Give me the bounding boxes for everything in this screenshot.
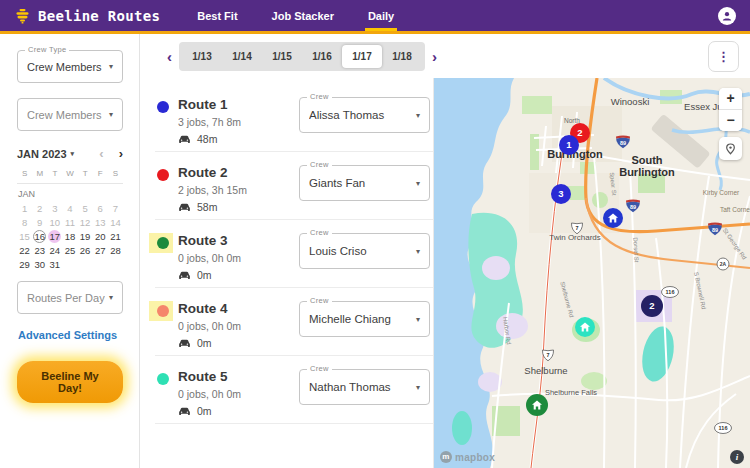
crew-select[interactable]: CrewAlissa Thomas▾	[299, 97, 430, 133]
main-area: Crew Type Crew Members ▾ Crew Members ▾ …	[0, 34, 750, 468]
date-tab-1-16[interactable]: 1/16	[302, 45, 342, 68]
route-info: Route 50 jobs, 0h 0m0m	[178, 369, 290, 417]
weekday-label: S	[17, 169, 32, 178]
tab-best-fit[interactable]: Best Fit	[194, 0, 240, 31]
crew-select-value: Nathan Thomas	[309, 381, 412, 393]
calendar-day-3[interactable]: 3	[48, 202, 61, 215]
calendar-day-10[interactable]: 10	[48, 216, 61, 229]
calendar-day-21[interactable]: 21	[109, 230, 122, 243]
tab-daily[interactable]: Daily	[365, 0, 397, 31]
route-color-dot	[157, 373, 169, 385]
calendar-day-13[interactable]: 13	[94, 216, 107, 229]
advanced-settings-link[interactable]: Advanced Settings	[18, 329, 123, 341]
dropdown-arrow-icon: ▾	[416, 383, 420, 392]
calendar-day-4[interactable]: 4	[63, 202, 76, 215]
map-stop-marker-1[interactable]: 1	[559, 135, 579, 155]
calendar-day-19[interactable]: 19	[79, 230, 92, 243]
map-home-marker[interactable]	[575, 317, 595, 337]
date-tab-1-14[interactable]: 1/14	[222, 45, 262, 68]
calendar-next-button[interactable]: ›	[119, 146, 123, 161]
calendar-day-23[interactable]: 23	[33, 244, 46, 257]
route-jobs-summary: 3 jobs, 7h 8m	[178, 116, 290, 128]
calendar-month-label[interactable]: JAN 2023	[17, 148, 67, 160]
kebab-icon: ⋮	[717, 49, 730, 64]
calendar-prev-button[interactable]: ‹	[99, 146, 103, 161]
calendar-day-1[interactable]: 1	[18, 202, 31, 215]
calendar-day-31[interactable]: 31	[48, 258, 61, 271]
route-shield-116: 116	[662, 287, 679, 298]
route-drive-time: 58m	[178, 201, 290, 213]
calendar-day-30[interactable]: 30	[33, 258, 46, 271]
zoom-in-button[interactable]: +	[719, 88, 742, 109]
mapbox-attribution[interactable]: m mapbox	[440, 451, 495, 463]
route-info: Route 13 jobs, 7h 8m48m	[178, 97, 290, 145]
calendar-day-14[interactable]: 14	[109, 216, 122, 229]
calendar-day-12[interactable]: 12	[79, 216, 92, 229]
map-home-marker[interactable]	[603, 208, 623, 228]
calendar-day-24[interactable]: 24	[48, 244, 61, 257]
svg-text:3: 3	[558, 188, 563, 199]
dropdown-arrow-icon: ▾	[416, 179, 420, 188]
bee-icon	[14, 8, 31, 24]
drive-time-value: 48m	[197, 133, 217, 145]
calendar-day-5[interactable]: 5	[79, 202, 92, 215]
calendar-day-25[interactable]: 25	[63, 244, 76, 257]
calendar-day-7[interactable]: 7	[109, 202, 122, 215]
crew-members-select[interactable]: Crew Members ▾	[17, 98, 123, 131]
map-stop-marker-3[interactable]: 3	[551, 184, 571, 204]
more-options-button[interactable]: ⋮	[708, 41, 739, 72]
calendar-day-20[interactable]: 20	[94, 230, 107, 243]
map-pin-button[interactable]	[719, 137, 742, 160]
map-place-label: Shelburne Falls	[545, 388, 597, 397]
calendar-day-8[interactable]: 8	[18, 216, 31, 229]
crew-select[interactable]: CrewMichelle Chiang▾	[299, 301, 430, 337]
beeline-my-day-button[interactable]: Beeline My Day!	[17, 361, 123, 403]
route-row-4: Route 40 jobs, 0h 0m0mCrewMichelle Chian…	[155, 288, 433, 356]
route-shield-116: 116	[715, 423, 732, 434]
header-tabs: Best FitJob StackerDaily	[194, 0, 397, 31]
svg-text:2: 2	[577, 127, 582, 138]
map-info-button[interactable]: i	[730, 450, 744, 464]
calendar-day-18[interactable]: 18	[63, 230, 76, 243]
map-panel[interactable]: Spear StDorset StShelburne RdHarbor RdS …	[434, 78, 750, 468]
route-jobs-summary: 0 jobs, 0h 0m	[178, 388, 290, 400]
calendar-day-2[interactable]: 2	[33, 202, 46, 215]
calendar-day-26[interactable]: 26	[79, 244, 92, 257]
calendar-day-29[interactable]: 29	[18, 258, 31, 271]
crew-type-value: Crew Members	[27, 61, 105, 73]
map-stop-marker-2[interactable]: 2	[641, 295, 663, 317]
route-color-dot	[157, 237, 169, 249]
route-drive-time: 0m	[178, 337, 290, 349]
calendar-day-16[interactable]: 16	[33, 230, 46, 243]
app-header: Beeline Routes Best FitJob StackerDaily	[0, 0, 750, 34]
dates-next-button[interactable]: ›	[425, 48, 444, 65]
calendar-day-17[interactable]: 17	[48, 230, 61, 243]
crew-select[interactable]: CrewLouis Criso▾	[299, 233, 430, 269]
map-controls: + −	[719, 88, 742, 160]
zoom-out-button[interactable]: −	[719, 110, 742, 131]
person-icon	[721, 10, 733, 22]
date-tab-1-13[interactable]: 1/13	[182, 45, 222, 68]
date-tab-1-17[interactable]: 1/17	[342, 45, 382, 68]
app-logo: Beeline Routes	[14, 0, 160, 31]
date-tab-1-15[interactable]: 1/15	[262, 45, 302, 68]
tab-job-stacker[interactable]: Job Stacker	[269, 0, 337, 31]
calendar-day-28[interactable]: 28	[109, 244, 122, 257]
crew-type-select[interactable]: Crew Type Crew Members ▾	[17, 50, 123, 83]
dates-prev-button[interactable]: ‹	[160, 48, 179, 65]
dropdown-arrow-icon: ▾	[71, 150, 75, 158]
calendar-day-15[interactable]: 15	[18, 230, 31, 243]
date-tab-1-18[interactable]: 1/18	[382, 45, 422, 68]
crew-select[interactable]: CrewGiants Fan▾	[299, 165, 430, 201]
user-avatar-button[interactable]	[718, 7, 736, 25]
calendar-day-22[interactable]: 22	[18, 244, 31, 257]
routes-per-day-select[interactable]: Routes Per Day ▾	[17, 281, 123, 314]
calendar-day-6[interactable]: 6	[94, 202, 107, 215]
calendar-day-11[interactable]: 11	[63, 216, 76, 229]
map-home-marker[interactable]	[526, 394, 548, 416]
svg-text:89: 89	[620, 140, 626, 146]
crew-select[interactable]: CrewNathan Thomas▾	[299, 369, 430, 405]
map-place-label: Shelburne	[524, 365, 567, 376]
calendar-day-27[interactable]: 27	[94, 244, 107, 257]
calendar-day-9[interactable]: 9	[33, 216, 46, 229]
